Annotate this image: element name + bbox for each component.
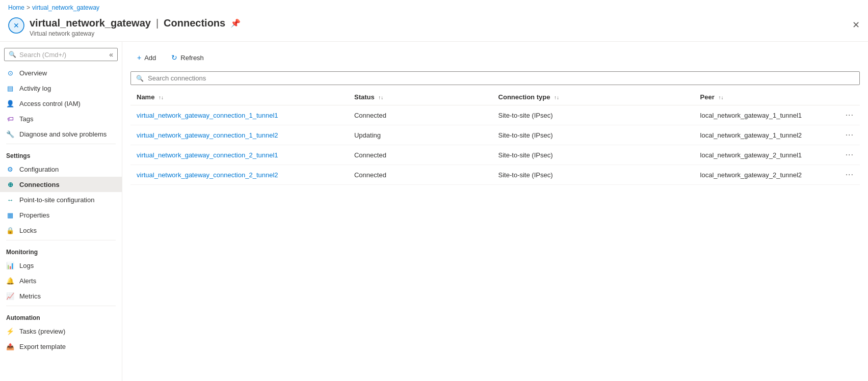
cell-conntype-3: Site-to-site (IPsec) — [492, 165, 694, 185]
logs-icon: 📊 — [6, 261, 14, 269]
col-header-connection-type: Connection type ↑↓ — [492, 89, 694, 105]
sidebar-item-tasks[interactable]: ⚡ Tasks (preview) — [0, 323, 122, 339]
cell-actions-2: ··· — [839, 145, 860, 165]
point-to-site-icon: ↔ — [6, 196, 14, 204]
sidebar: 🔍 Search (Cmd+/) « ⊙ Overview ▤ Activity… — [0, 42, 122, 381]
connection-link-0[interactable]: virtual_network_gateway_connection_1_tun… — [137, 112, 278, 119]
connection-link-1[interactable]: virtual_network_gateway_connection_1_tun… — [137, 131, 278, 139]
sort-peer-icon[interactable]: ↑↓ — [718, 95, 723, 100]
svg-text:✕: ✕ — [13, 21, 19, 30]
col-header-peer: Peer ↑↓ — [694, 89, 839, 105]
sidebar-item-connections[interactable]: ⊕ Connections — [0, 177, 122, 192]
cell-name-2: virtual_network_gateway_connection_2_tun… — [130, 145, 348, 165]
sort-status-icon[interactable]: ↑↓ — [378, 95, 383, 100]
sidebar-item-configuration[interactable]: ⚙ Configuration — [0, 161, 122, 177]
sidebar-item-tags[interactable]: 🏷 Tags — [0, 111, 122, 126]
sidebar-item-logs-label: Logs — [19, 262, 34, 269]
cell-peer-0: local_network_gateway_1_tunnel1 — [694, 105, 839, 125]
breadcrumb-current[interactable]: virtual_network_gateway — [32, 4, 99, 11]
sidebar-item-metrics[interactable]: 📈 Metrics — [0, 288, 122, 304]
sidebar-item-activity-log-label: Activity log — [19, 85, 51, 92]
breadcrumb: Home > virtual_network_gateway — [0, 0, 868, 15]
sidebar-item-alerts[interactable]: 🔔 Alerts — [0, 273, 122, 288]
add-button[interactable]: + Add — [130, 50, 163, 65]
col-header-actions — [839, 89, 860, 105]
sidebar-item-overview[interactable]: ⊙ Overview — [0, 65, 122, 80]
cell-actions-3: ··· — [839, 165, 860, 185]
cell-status-3: Connected — [348, 165, 492, 185]
cell-conntype-0: Site-to-site (IPsec) — [492, 105, 694, 125]
sidebar-item-activity-log[interactable]: ▤ Activity log — [0, 80, 122, 96]
cell-status-1: Updating — [348, 125, 492, 145]
table-row: virtual_network_gateway_connection_1_tun… — [130, 105, 860, 125]
sidebar-item-export-template-label: Export template — [19, 343, 66, 350]
sidebar-item-properties-label: Properties — [19, 211, 49, 219]
sidebar-item-locks[interactable]: 🔒 Locks — [0, 223, 122, 238]
automation-divider — [6, 306, 116, 306]
add-icon: + — [137, 53, 141, 62]
connections-table: Name ↑↓ Status ↑↓ Connection type ↑↓ Pee… — [130, 89, 860, 185]
access-control-icon: 👤 — [6, 99, 14, 107]
pin-icon[interactable]: 📌 — [230, 18, 241, 28]
sidebar-item-point-to-site[interactable]: ↔ Point-to-site configuration — [0, 192, 122, 207]
table-row: virtual_network_gateway_connection_2_tun… — [130, 145, 860, 165]
diagnose-icon: 🔧 — [6, 130, 14, 138]
connection-link-3[interactable]: virtual_network_gateway_connection_2_tun… — [137, 171, 278, 179]
search-icon: 🔍 — [9, 51, 16, 58]
sidebar-item-access-control[interactable]: 👤 Access control (IAM) — [0, 96, 122, 111]
row-actions-menu-0[interactable]: ··· — [846, 111, 854, 119]
alerts-icon: 🔔 — [6, 277, 14, 285]
sidebar-search[interactable]: 🔍 Search (Cmd+/) « — [4, 48, 118, 61]
sidebar-item-overview-label: Overview — [19, 69, 47, 77]
close-button[interactable]: ✕ — [852, 19, 860, 31]
search-connections-input[interactable] — [148, 74, 854, 82]
sidebar-item-metrics-label: Metrics — [19, 292, 41, 300]
tags-icon: 🏷 — [6, 115, 14, 123]
sort-name-icon[interactable]: ↑↓ — [159, 95, 164, 100]
resource-icon: ✕ — [8, 17, 24, 34]
sidebar-item-access-control-label: Access control (IAM) — [19, 100, 81, 107]
toolbar: + Add ↻ Refresh — [130, 50, 860, 65]
settings-section-header: Settings — [0, 146, 122, 161]
cell-name-0: virtual_network_gateway_connection_1_tun… — [130, 105, 348, 125]
sidebar-item-diagnose-label: Diagnose and solve problems — [19, 130, 107, 138]
sidebar-item-locks-label: Locks — [19, 227, 37, 234]
sidebar-item-alerts-label: Alerts — [19, 277, 36, 285]
sort-conntype-icon[interactable]: ↑↓ — [554, 95, 559, 100]
search-connections[interactable]: 🔍 — [130, 71, 860, 85]
sidebar-item-connections-label: Connections — [19, 181, 60, 188]
connections-icon: ⊕ — [6, 180, 14, 188]
page-header: ✕ virtual_network_gateway | Connections … — [0, 15, 868, 42]
sidebar-item-export-template[interactable]: 📤 Export template — [0, 339, 122, 354]
resource-name: virtual_network_gateway — [30, 17, 151, 29]
refresh-button[interactable]: ↻ Refresh — [165, 50, 211, 65]
automation-section-header: Automation — [0, 308, 122, 323]
table-header-row: Name ↑↓ Status ↑↓ Connection type ↑↓ Pee… — [130, 89, 860, 105]
table-row: virtual_network_gateway_connection_2_tun… — [130, 165, 860, 185]
cell-conntype-2: Site-to-site (IPsec) — [492, 145, 694, 165]
row-actions-menu-2[interactable]: ··· — [846, 150, 854, 159]
sidebar-item-configuration-label: Configuration — [19, 166, 59, 173]
resource-type: Virtual network gateway — [30, 30, 860, 37]
cell-actions-0: ··· — [839, 105, 860, 125]
cell-peer-1: local_network_gateway_1_tunnel2 — [694, 125, 839, 145]
connection-link-2[interactable]: virtual_network_gateway_connection_2_tun… — [137, 151, 278, 159]
configuration-icon: ⚙ — [6, 165, 14, 173]
search-connections-icon: 🔍 — [136, 75, 144, 82]
collapse-button[interactable]: « — [109, 50, 113, 59]
sidebar-item-diagnose[interactable]: 🔧 Diagnose and solve problems — [0, 126, 122, 142]
row-actions-menu-1[interactable]: ··· — [846, 130, 854, 139]
cell-name-3: virtual_network_gateway_connection_2_tun… — [130, 165, 348, 185]
properties-icon: ▦ — [6, 211, 14, 219]
page-title: Connections — [164, 17, 225, 29]
refresh-icon: ↻ — [171, 53, 177, 62]
breadcrumb-home[interactable]: Home — [8, 4, 24, 11]
row-actions-menu-3[interactable]: ··· — [846, 170, 854, 179]
export-template-icon: 📤 — [6, 342, 14, 350]
sidebar-item-logs[interactable]: 📊 Logs — [0, 258, 122, 273]
sidebar-item-properties[interactable]: ▦ Properties — [0, 207, 122, 223]
monitoring-section-header: Monitoring — [0, 242, 122, 258]
header-titles: virtual_network_gateway | Connections 📌 … — [30, 17, 860, 37]
main-layout: 🔍 Search (Cmd+/) « ⊙ Overview ▤ Activity… — [0, 42, 868, 381]
content-area: + Add ↻ Refresh 🔍 Name ↑↓ — [122, 42, 868, 381]
